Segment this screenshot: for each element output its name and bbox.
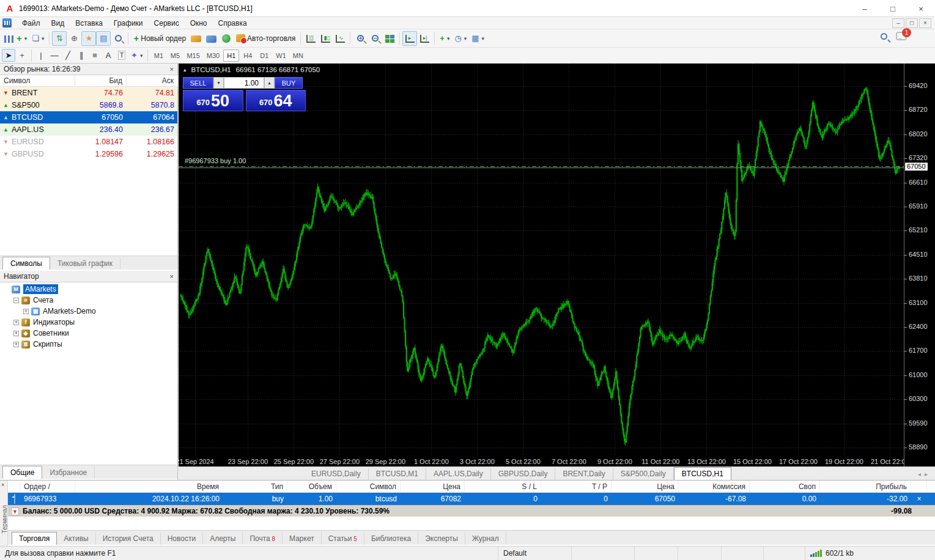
market-depth-button[interactable] — [188, 31, 204, 46]
col-9[interactable]: Комиссия — [679, 481, 750, 493]
menu-графики[interactable]: Графики — [108, 18, 149, 29]
menu-файл[interactable]: Файл — [17, 18, 46, 29]
volume-input[interactable]: 1.00 — [224, 77, 264, 89]
timeframe-mn[interactable]: MN — [290, 50, 306, 62]
market-watch-row-eurusd[interactable]: ▼EURUSD1.081471.08166 — [0, 136, 177, 148]
vertical-line-button[interactable]: | — [34, 49, 48, 62]
price-scale[interactable]: 6942068720680206732066610659106521064510… — [904, 64, 935, 466]
col-2[interactable]: Тип — [223, 481, 287, 493]
tab-scroll-arrows[interactable]: ◂▸ — [918, 471, 931, 477]
col-1[interactable]: Время — [75, 481, 223, 493]
expand-icon[interactable]: + — [13, 331, 19, 336]
terminal-tab-маркет[interactable]: Маркет — [283, 532, 322, 545]
auto-scroll-button[interactable]: ▸ — [402, 31, 417, 46]
horizontal-line-button[interactable]: — — [48, 49, 61, 62]
chart-pane[interactable]: ▴ BTCUSD,H1 66961 67136 66871 67050 SELL… — [179, 64, 904, 466]
templates-button[interactable]: ▦▾ — [469, 31, 487, 46]
volume-increase-button[interactable]: ▴ — [264, 77, 275, 89]
terminal-tab-новости[interactable]: Новости — [161, 532, 203, 545]
menu-справка[interactable]: Справка — [213, 18, 253, 29]
volume-decrease-button[interactable]: ▾ — [213, 77, 224, 89]
menu-сервис[interactable]: Сервис — [149, 18, 185, 29]
terminal-tab-журнал[interactable]: Журнал — [465, 532, 506, 545]
navigator-item-советники[interactable]: +◆Советники — [0, 328, 177, 339]
column-symbol[interactable]: Символ — [0, 75, 75, 87]
collapse-icon[interactable]: − — [13, 298, 19, 303]
zoom-out-button[interactable]: − — [368, 31, 382, 46]
line-chart-button[interactable]: ∿ — [333, 31, 347, 46]
navigator-item-индикаторы[interactable]: +fИндикаторы — [0, 317, 177, 328]
indicators-button[interactable]: +▾ — [437, 31, 452, 46]
timeframe-d1[interactable]: D1 — [256, 50, 272, 62]
zoom-in-button[interactable]: + — [353, 31, 368, 46]
chart-tab-aapl-us-daily[interactable]: AAPL.US,Daily — [426, 468, 491, 480]
sell-price-button[interactable]: 670 50 — [183, 90, 243, 111]
buy-button[interactable]: BUY — [275, 77, 303, 89]
search-icon[interactable] — [881, 33, 887, 40]
candlestick-button[interactable]: ▮▯ — [318, 31, 333, 46]
market-watch-toggle[interactable]: ⇅ — [52, 31, 67, 46]
terminal-tab-алерты[interactable]: Алерты — [203, 532, 243, 545]
menu-окно[interactable]: Окно — [185, 18, 213, 29]
chart-tab-gbpusd-daily[interactable]: GBPUSD,Daily — [491, 468, 556, 480]
expand-icon[interactable]: + — [13, 342, 19, 347]
terminal-toggle[interactable]: ▤ — [96, 31, 111, 46]
navigator-item-amarkets[interactable]: MAMarkets — [0, 284, 177, 295]
sell-button[interactable]: SELL — [183, 77, 213, 89]
terminal-tab-активы[interactable]: Активы — [57, 532, 96, 545]
crosshair-button[interactable]: + — [15, 49, 29, 62]
new-chart-button[interactable]: +▾ — [2, 31, 29, 46]
periods-button[interactable]: ◷▾ — [452, 31, 469, 46]
chart-tab-btcusd-h1[interactable]: BTCUSD,H1 — [674, 467, 731, 480]
terminal-tab-торговля[interactable]: Торговля — [12, 532, 57, 545]
market-watch-row-aapl.us[interactable]: ▲AAPL.US236.40236.67 — [0, 123, 177, 136]
mql5-community-button[interactable] — [204, 31, 219, 46]
window-minimize-button[interactable]: – — [851, 0, 879, 17]
terminal-tab-библиотека[interactable]: Библиотека — [364, 532, 418, 545]
market-watch-row-brent[interactable]: ▼BRENT74.7674.81 — [0, 87, 177, 99]
child-minimize-button[interactable]: – — [892, 18, 904, 28]
window-maximize-button[interactable]: □ — [879, 0, 907, 17]
market-watch-close-icon[interactable]: × — [170, 65, 174, 73]
data-window-button[interactable]: ⊕ — [67, 31, 81, 46]
terminal-tab-статьи[interactable]: Статьи 5 — [322, 532, 364, 545]
terminal-tab-история-счета[interactable]: История Счета — [96, 532, 161, 545]
navigator-item-amarkets-demo[interactable]: +▤AMarkets-Demo — [0, 306, 177, 317]
timeframe-m15[interactable]: M15 — [183, 50, 202, 62]
col-3[interactable]: Объем — [287, 481, 336, 493]
col-order[interactable]: Ордер / — [20, 481, 75, 493]
timeframe-m5[interactable]: M5 — [167, 50, 183, 62]
col-7[interactable]: T / P — [541, 481, 612, 493]
cursor-button[interactable]: ➤ — [2, 49, 15, 62]
menu-вставка[interactable]: Вставка — [70, 18, 108, 29]
col-5[interactable]: Цена — [401, 481, 465, 493]
chart-tab-brent-daily[interactable]: BRENT,Daily — [555, 468, 613, 480]
child-restore-button[interactable]: □ — [906, 18, 918, 28]
tab-избранное[interactable]: Избранное — [42, 466, 95, 479]
collapse-trade-panel-icon[interactable]: ▴ — [183, 67, 187, 73]
text-button[interactable]: A — [102, 49, 115, 62]
auto-trading-button[interactable]: Авто-торговля — [234, 31, 298, 46]
timeframe-w1[interactable]: W1 — [273, 50, 289, 62]
column-ask[interactable]: Аск — [127, 75, 178, 87]
bar-chart-button[interactable]: |¦| — [303, 31, 318, 46]
profiles-button[interactable]: ❏▾ — [29, 31, 46, 46]
timeframe-m30[interactable]: M30 — [204, 50, 223, 62]
market-watch-row-gbpusd[interactable]: ▼GBPUSD1.295961.29625 — [0, 148, 177, 160]
column-bid[interactable]: Бид — [75, 75, 127, 87]
expand-icon[interactable]: + — [23, 309, 29, 314]
navigator-item-скрипты[interactable]: +≣Скрипты — [0, 339, 177, 350]
chart-shift-button[interactable]: ▸| — [417, 31, 432, 46]
strategy-tester-button[interactable] — [111, 31, 125, 46]
signals-button[interactable] — [219, 31, 234, 46]
col-11[interactable]: Прибыль — [820, 481, 911, 493]
col-4[interactable]: Символ — [336, 481, 401, 493]
fibonacci-button[interactable]: ≡ — [88, 49, 102, 62]
timeframe-h1[interactable]: H1 — [223, 50, 239, 62]
order-row[interactable]: 969679332024.10.22 16:26:00buy1.00btcusd… — [8, 493, 935, 505]
window-close-button[interactable]: × — [907, 0, 935, 17]
arrows-button[interactable]: ✦▾ — [128, 49, 145, 62]
terminal-close-icon[interactable]: × — [1, 482, 4, 488]
expand-icon[interactable]: + — [13, 320, 19, 325]
col-6[interactable]: S / L — [465, 481, 541, 493]
